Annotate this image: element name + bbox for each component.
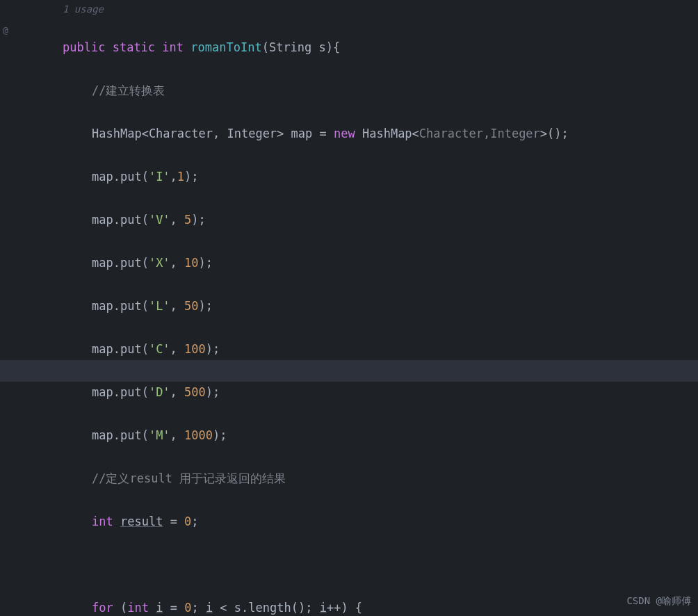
- code-line[interactable]: int result = 0;: [33, 511, 698, 533]
- keyword: int: [92, 514, 113, 528]
- char-literal: 'C': [149, 342, 170, 356]
- char-literal: 'L': [149, 299, 170, 313]
- text: ,: [170, 256, 184, 270]
- text: >();: [540, 127, 569, 140]
- number: 100: [184, 342, 206, 356]
- code-line[interactable]: map.put('D', 500);: [33, 382, 698, 403]
- text: ,: [170, 342, 184, 356]
- text: map.put(: [92, 342, 149, 356]
- text: );: [199, 299, 213, 313]
- code-line[interactable]: HashMap<Character, Integer> map = new Ha…: [33, 123, 698, 145]
- text: =: [163, 514, 184, 528]
- code-line[interactable]: //建立转换表: [33, 80, 698, 102]
- variable: i: [206, 601, 213, 615]
- text: ,: [170, 428, 184, 442]
- char-literal: 'D': [149, 385, 170, 399]
- keyword: int: [162, 40, 184, 54]
- comment: //定义result 用于记录返回的结果: [92, 471, 286, 485]
- override-icon: @: [3, 19, 8, 41]
- generic-types: Character,Integer: [419, 127, 540, 140]
- text: map.put(: [92, 299, 149, 313]
- keyword: new: [334, 127, 355, 140]
- variable: result: [120, 514, 163, 528]
- number: 0: [184, 601, 191, 615]
- number: 1000: [184, 428, 213, 442]
- variable: i: [320, 601, 327, 615]
- text: ,: [170, 170, 177, 184]
- text: );: [199, 256, 213, 270]
- watermark: CSDN @喻师傅: [626, 590, 691, 612]
- comment: //建立转换表: [92, 83, 165, 97]
- code-line[interactable]: public static int romanToInt(String s){: [33, 37, 698, 58]
- text: );: [213, 428, 227, 442]
- text: );: [206, 342, 220, 356]
- keyword: for: [92, 601, 113, 615]
- text: );: [206, 385, 220, 399]
- text: ,: [170, 385, 184, 399]
- text: ++) {: [327, 601, 362, 615]
- method-name: romanToInt: [190, 40, 261, 54]
- code-area[interactable]: public static int romanToInt(String s){ …: [33, 15, 698, 616]
- char-literal: 'M': [149, 428, 170, 442]
- editor-pane[interactable]: @ 1 usage public static int romanToInt(S…: [0, 0, 698, 616]
- gutter: @: [0, 0, 17, 616]
- text: map.put(: [92, 170, 149, 184]
- code-line[interactable]: map.put('I',1);: [33, 166, 698, 188]
- text: < s.length();: [213, 601, 320, 615]
- text: );: [191, 213, 205, 227]
- char-literal: 'X': [149, 256, 170, 270]
- text: map.put(: [92, 428, 149, 442]
- text: (String s){: [262, 40, 341, 54]
- text: [149, 601, 156, 615]
- char-literal: 'V': [149, 213, 170, 227]
- code-line[interactable]: map.put('C', 100);: [33, 339, 698, 360]
- text: );: [184, 170, 198, 184]
- text: ,: [170, 213, 184, 227]
- variable: i: [156, 601, 163, 615]
- number: 10: [184, 256, 198, 270]
- code-line[interactable]: map.put('L', 50);: [33, 295, 698, 317]
- code-line[interactable]: [33, 554, 698, 576]
- char-literal: 'I': [149, 170, 170, 184]
- code-line[interactable]: map.put('V', 5);: [33, 209, 698, 231]
- code-line[interactable]: //定义result 用于记录返回的结果: [33, 468, 698, 489]
- number: 50: [184, 299, 198, 313]
- keyword: int: [127, 601, 149, 615]
- keyword: static: [113, 40, 155, 54]
- number: 5: [184, 213, 191, 227]
- number: 500: [184, 385, 206, 399]
- number: 1: [177, 170, 184, 184]
- code-line[interactable]: for (int i = 0; i < s.length(); i++) {: [33, 597, 698, 616]
- text: map.put(: [92, 256, 149, 270]
- code-line[interactable]: map.put('X', 10);: [33, 252, 698, 274]
- text: =: [163, 601, 184, 615]
- text: HashMap<: [355, 127, 419, 140]
- keyword: public: [63, 40, 105, 54]
- text: map.put(: [92, 213, 149, 227]
- text: ;: [191, 601, 205, 615]
- text: ,: [170, 299, 184, 313]
- text: (: [113, 601, 127, 615]
- text: ;: [191, 514, 198, 528]
- text: map.put(: [92, 385, 149, 399]
- code-line[interactable]: map.put('M', 1000);: [33, 425, 698, 446]
- text: HashMap<Character, Integer> map =: [92, 127, 334, 140]
- number: 0: [184, 514, 191, 528]
